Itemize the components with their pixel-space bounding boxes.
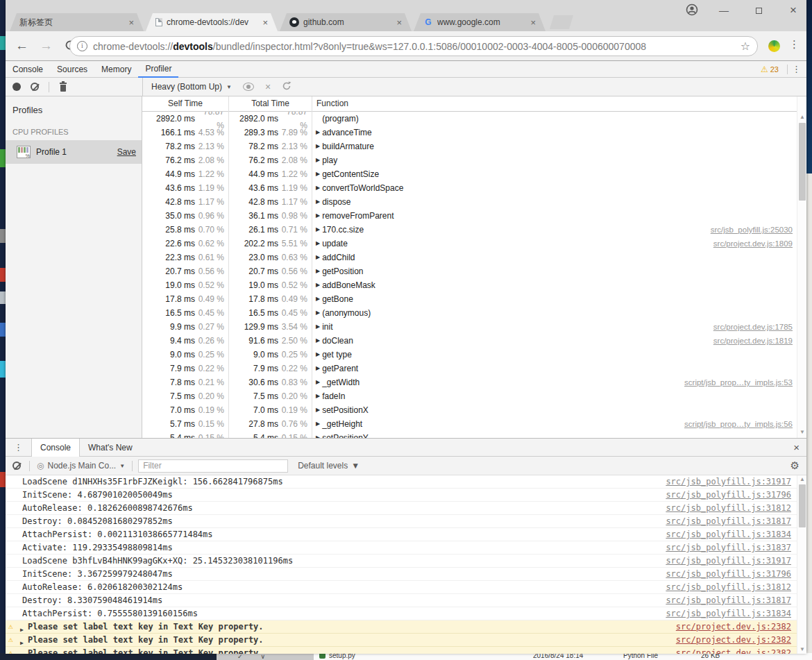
source-link[interactable]: src/project.dev.js:2382 bbox=[676, 620, 806, 633]
scroll-down-icon[interactable]: ▼ bbox=[797, 428, 807, 437]
expand-arrow-icon[interactable]: ▶ bbox=[316, 237, 320, 251]
profile-grid-row[interactable]: 42.8 ms1.17 % 42.8 ms1.17 % ▶ dispose bbox=[142, 195, 806, 209]
expand-arrow-icon[interactable]: ▶ bbox=[316, 264, 320, 278]
source-link[interactable]: src/jsb_polyfill.js:31796 bbox=[666, 489, 806, 501]
tab-profiler[interactable]: Profiler bbox=[138, 61, 178, 78]
restore-functions-icon[interactable] bbox=[282, 81, 291, 93]
console-scrollbar[interactable]: ▲ ▼ bbox=[797, 475, 806, 654]
expand-arrow-icon[interactable]: ▶ bbox=[316, 320, 320, 334]
profile-grid-row[interactable]: 9.4 ms0.26 % 91.6 ms2.50 % ▶ doClean src… bbox=[142, 334, 806, 348]
source-link[interactable]: src/project.dev.js:2382 bbox=[676, 647, 806, 654]
address-bar[interactable]: i chrome-devtools://devtools/bundled/ins… bbox=[69, 36, 758, 56]
trash-icon[interactable] bbox=[59, 83, 67, 92]
source-link[interactable]: src/jsb_polyfill.js:31837 bbox=[666, 541, 806, 554]
source-link[interactable]: src/jsb_polyfill.js:31812 bbox=[666, 502, 806, 514]
expand-arrow-icon[interactable]: ▶ bbox=[316, 334, 320, 348]
profile-grid-row[interactable]: 7.9 ms0.22 % 7.9 ms0.22 % ▶ getParent bbox=[142, 362, 806, 375]
scroll-up-icon[interactable]: ▲ bbox=[797, 113, 807, 121]
tab-close-icon[interactable]: × bbox=[262, 18, 268, 27]
extension-icon[interactable] bbox=[768, 40, 780, 52]
expand-arrow-icon[interactable]: ▶ bbox=[316, 375, 320, 389]
page-info-icon[interactable]: i bbox=[77, 41, 87, 51]
scroll-up-icon[interactable]: ▲ bbox=[797, 475, 807, 484]
expand-arrow-icon[interactable]: ▶ bbox=[316, 431, 320, 438]
clear-all-icon[interactable] bbox=[31, 83, 39, 91]
expand-arrow-icon[interactable]: ▶ bbox=[316, 348, 320, 362]
profile-grid-row[interactable]: 166.1 ms4.53 % 289.3 ms7.89 % ▶ advanceT… bbox=[142, 126, 806, 139]
profile-grid-row[interactable]: 20.7 ms0.56 % 20.7 ms0.56 % ▶ getPositio… bbox=[142, 264, 806, 278]
expand-arrow-icon[interactable]: ▶ bbox=[316, 181, 320, 195]
col-function[interactable]: Function bbox=[312, 96, 806, 112]
log-levels-select[interactable]: Default levels ▼ bbox=[288, 461, 369, 471]
tab-new-tab-page[interactable]: 新标签页 × bbox=[10, 13, 144, 31]
profile-grid-row[interactable]: 16.5 ms0.45 % 16.5 ms0.45 % ▶ (anonymous… bbox=[142, 306, 806, 320]
profile-grid-row[interactable]: 22.3 ms0.61 % 23.0 ms0.63 % ▶ addChild bbox=[142, 251, 806, 264]
drawer-tab-whats-new[interactable]: What's New bbox=[80, 439, 141, 457]
tab-google[interactable]: G www.google.com × bbox=[414, 13, 545, 31]
focus-function-icon[interactable] bbox=[243, 83, 254, 91]
browser-menu-icon[interactable]: ⋮ bbox=[789, 38, 800, 51]
forward-icon[interactable]: → bbox=[40, 37, 53, 54]
source-link[interactable]: src/jsb_polyfill.js:25030 bbox=[711, 223, 806, 237]
file-explorer-row[interactable]: setup.py 2016/8/24 18:14 Python File 26 … bbox=[314, 653, 812, 660]
view-mode-select[interactable]: Heavy (Bottom Up) ▼ bbox=[151, 82, 232, 92]
tab-sources[interactable]: Sources bbox=[50, 61, 94, 78]
profile-grid-row[interactable]: 78.2 ms2.13 % 78.2 ms2.13 % ▶ buildArmat… bbox=[142, 139, 806, 153]
sidebar-item-profile-1[interactable]: % Profile 1 Save bbox=[6, 140, 142, 164]
expand-arrow-icon[interactable]: ▶ bbox=[316, 306, 320, 320]
scroll-thumb[interactable] bbox=[799, 484, 806, 527]
clear-console-icon[interactable] bbox=[12, 462, 21, 470]
back-icon[interactable]: ← bbox=[15, 37, 28, 54]
source-link[interactable]: src/jsb_polyfill.js:31834 bbox=[666, 607, 806, 620]
profile-grid-row[interactable]: 44.9 ms1.22 % 44.9 ms1.22 % ▶ getContent… bbox=[142, 167, 806, 181]
tab-github[interactable]: github.com × bbox=[280, 13, 412, 31]
expand-arrow-icon[interactable]: ▶ bbox=[316, 167, 320, 181]
expand-arrow-icon[interactable]: ▶ bbox=[316, 126, 320, 139]
profile-grid-row[interactable]: 22.6 ms0.62 % 202.2 ms5.51 % ▶ update sr… bbox=[142, 237, 806, 251]
tab-close-icon[interactable]: × bbox=[530, 18, 536, 27]
profile-grid-row[interactable]: 2892.0 ms78.87 % 2892.0 ms78.87 % ▶ (pro… bbox=[142, 112, 806, 126]
execution-context-select[interactable]: ◎ Node.js Main Co... ▼ bbox=[30, 461, 132, 471]
record-icon[interactable] bbox=[12, 83, 21, 91]
profile-grid-row[interactable]: 76.2 ms2.08 % 76.2 ms2.08 % ▶ play bbox=[142, 153, 806, 167]
profile-grid-row[interactable]: 9.0 ms0.25 % 9.0 ms0.25 % ▶ get type bbox=[142, 348, 806, 362]
expand-arrow-icon[interactable]: ▶ bbox=[316, 292, 320, 306]
tab-console[interactable]: Console bbox=[6, 61, 50, 78]
source-link[interactable]: src/project.dev.js:1785 bbox=[713, 320, 806, 334]
source-link[interactable]: script/jsb_prop…ty_impls.js:53 bbox=[684, 375, 806, 389]
col-self-time[interactable]: Self Time bbox=[142, 96, 229, 112]
tab-memory[interactable]: Memory bbox=[94, 61, 138, 78]
drawer-menu-icon[interactable]: ⋮ bbox=[6, 442, 31, 452]
col-total-time[interactable]: Total Time bbox=[229, 96, 312, 112]
profile-grid-row[interactable]: 25.8 ms0.70 % 26.1 ms0.71 % ▶ 170.cc.siz… bbox=[142, 223, 806, 237]
profile-grid-row[interactable]: 7.8 ms0.21 % 30.6 ms0.83 % ▶ _getWidth s… bbox=[142, 375, 806, 389]
profile-grid-row[interactable]: 7.0 ms0.19 % 7.0 ms0.19 % ▶ setPositionX bbox=[142, 403, 806, 417]
bookmark-star-icon[interactable]: ☆ bbox=[741, 40, 750, 53]
source-link[interactable]: script/jsb_prop…ty_impls.js:56 bbox=[684, 417, 806, 431]
profile-grid-row[interactable]: 7.5 ms0.20 % 7.5 ms0.20 % ▶ fadeIn bbox=[142, 389, 806, 403]
tab-close-icon[interactable]: × bbox=[128, 18, 134, 27]
profile-grid-row[interactable]: 19.0 ms0.52 % 19.0 ms0.52 % ▶ addBoneMas… bbox=[142, 278, 806, 292]
source-link[interactable]: src/jsb_polyfill.js:31917 bbox=[666, 475, 806, 488]
expand-arrow-icon[interactable]: ▶ bbox=[316, 139, 320, 153]
source-link[interactable]: src/jsb_polyfill.js:31917 bbox=[666, 555, 806, 567]
expand-arrow-icon[interactable]: ▶ bbox=[316, 362, 320, 375]
filter-input[interactable] bbox=[138, 459, 288, 473]
profile-grid-row[interactable]: 5.4 ms0.15 % 5.4 ms0.15 % ▶ setPositionY bbox=[142, 431, 806, 438]
console-settings-gear-icon[interactable]: ⚙ bbox=[790, 459, 800, 472]
expand-arrow-icon[interactable]: ▶ bbox=[316, 403, 320, 417]
scroll-down-icon[interactable]: ▼ bbox=[797, 645, 807, 654]
profile-grid-row[interactable]: 9.9 ms0.27 % 129.9 ms3.54 % ▶ init src/p… bbox=[142, 320, 806, 334]
new-tab-button[interactable] bbox=[550, 15, 573, 29]
grid-scrollbar[interactable]: ▲ ▼ bbox=[797, 96, 806, 438]
tab-close-icon[interactable]: × bbox=[396, 18, 402, 27]
source-link[interactable]: src/jsb_polyfill.js:31812 bbox=[666, 581, 806, 593]
expand-arrow-icon[interactable]: ▶ bbox=[316, 209, 320, 223]
source-link[interactable]: src/project.dev.js:1819 bbox=[713, 334, 806, 348]
expand-arrow-icon[interactable]: ▶ bbox=[316, 251, 320, 264]
source-link[interactable]: src/jsb_polyfill.js:31817 bbox=[666, 594, 806, 607]
url-text[interactable]: chrome-devtools://devtools/bundled/inspe… bbox=[93, 41, 736, 52]
profile-grid-row[interactable]: 43.6 ms1.19 % 43.6 ms1.19 % ▶ convertToW… bbox=[142, 181, 806, 195]
source-link[interactable]: src/jsb_polyfill.js:31817 bbox=[666, 515, 806, 527]
save-link[interactable]: Save bbox=[117, 147, 136, 157]
